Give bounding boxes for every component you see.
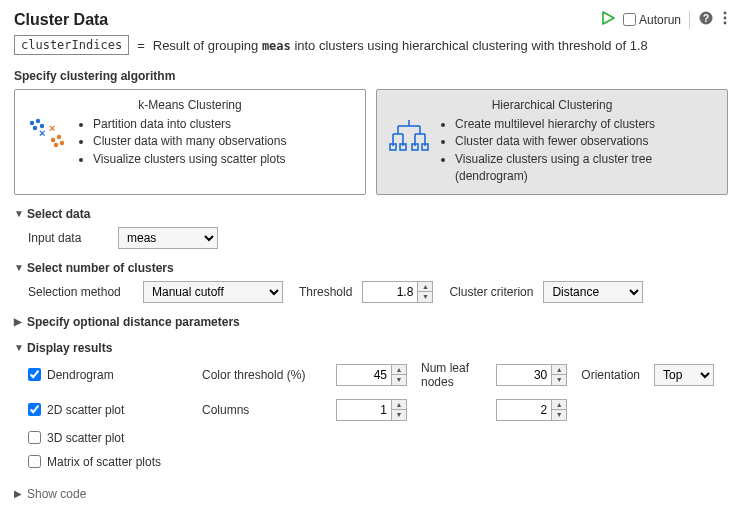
orientation-select[interactable]: Top	[654, 364, 714, 386]
algo-section-label: Specify clustering algorithm	[14, 69, 728, 83]
spin-up-icon[interactable]: ▲	[392, 400, 406, 410]
spin-down-icon[interactable]: ▼	[552, 410, 566, 420]
scatter2d-check[interactable]: 2D scatter plot	[28, 403, 188, 417]
svg-point-13	[54, 143, 58, 147]
header-row: Cluster Data Autorun ?	[14, 10, 728, 29]
description-text: Result of grouping meas into clusters us…	[153, 38, 648, 53]
svg-point-4	[724, 17, 727, 20]
threshold-spinner[interactable]: ▲▼	[362, 281, 433, 303]
svg-text:×: ×	[39, 127, 45, 139]
scatter-icon: × ×	[25, 116, 69, 152]
input-data-select[interactable]: meas	[118, 227, 218, 249]
col2-input[interactable]	[497, 400, 551, 420]
section-select-clusters[interactable]: ▼ Select number of clusters	[14, 261, 728, 275]
spin-up-icon[interactable]: ▲	[552, 365, 566, 375]
algo-kmeans-title: k-Means Clustering	[25, 98, 355, 112]
svg-point-7	[36, 119, 40, 123]
criterion-select[interactable]: Distance	[543, 281, 643, 303]
algo-kmeans-bullets: Partition data into clusters Cluster dat…	[79, 116, 286, 168]
orientation-label: Orientation	[581, 368, 640, 382]
algo-card-hierarchical[interactable]: Hierarchical Clustering Create multileve…	[376, 89, 728, 195]
chevron-right-icon: ▶	[14, 488, 24, 499]
chevron-right-icon: ▶	[14, 316, 24, 327]
algo-hier-bullets: Create multilevel hierarchy of clusters …	[441, 116, 717, 186]
chevron-down-icon: ▼	[14, 342, 24, 353]
scatter2d-checkbox[interactable]	[28, 403, 41, 416]
num-leaf-spinner[interactable]: ▲▼	[496, 364, 567, 386]
page-title: Cluster Data	[14, 11, 108, 29]
svg-marker-0	[603, 12, 614, 24]
spin-up-icon[interactable]: ▲	[392, 365, 406, 375]
svg-point-12	[57, 135, 61, 139]
threshold-input[interactable]	[363, 282, 417, 302]
header-controls: Autorun ?	[601, 10, 728, 29]
chevron-down-icon: ▼	[14, 208, 24, 219]
criterion-label: Cluster criterion	[449, 285, 533, 299]
autorun-label: Autorun	[639, 13, 681, 27]
num-leaf-label: Num leaf nodes	[421, 361, 482, 389]
num-leaf-input[interactable]	[497, 365, 551, 385]
col1-spinner[interactable]: ▲▼	[336, 399, 407, 421]
section-show-code[interactable]: ▶ Show code	[14, 487, 728, 501]
autorun-toggle[interactable]: Autorun	[623, 13, 681, 27]
threshold-label: Threshold	[299, 285, 352, 299]
description-row: clusterIndices = Result of grouping meas…	[14, 35, 728, 55]
spin-down-icon[interactable]: ▼	[392, 375, 406, 385]
col2-spinner[interactable]: ▲▼	[496, 399, 567, 421]
color-thresh-input[interactable]	[337, 365, 391, 385]
svg-text:×: ×	[49, 122, 55, 134]
kebab-menu-icon[interactable]	[722, 10, 728, 29]
dendrogram-check[interactable]: Dendrogram	[28, 368, 188, 382]
spin-up-icon[interactable]: ▲	[418, 282, 432, 292]
svg-point-3	[724, 12, 727, 15]
spin-up-icon[interactable]: ▲	[552, 400, 566, 410]
display-grid: Dendrogram Color threshold (%) ▲▼ Num le…	[28, 361, 728, 469]
output-variable[interactable]: clusterIndices	[14, 35, 129, 55]
svg-point-6	[30, 121, 34, 125]
section-optional-distance[interactable]: ▶ Specify optional distance parameters	[14, 315, 728, 329]
row-input-data: Input data meas	[28, 227, 728, 249]
columns-label: Columns	[202, 403, 322, 417]
matrix-checkbox[interactable]	[28, 455, 41, 468]
section-display-results[interactable]: ▼ Display results	[14, 341, 728, 355]
autorun-checkbox[interactable]	[623, 13, 636, 26]
svg-point-8	[33, 126, 37, 130]
scatter3d-checkbox[interactable]	[28, 431, 41, 444]
color-thresh-spinner[interactable]: ▲▼	[336, 364, 407, 386]
row-selection-method: Selection method Manual cutoff Threshold…	[28, 281, 728, 303]
dendrogram-icon	[387, 116, 431, 152]
selection-method-label: Selection method	[28, 285, 133, 299]
selection-method-select[interactable]: Manual cutoff	[143, 281, 283, 303]
algo-hier-title: Hierarchical Clustering	[387, 98, 717, 112]
spin-down-icon[interactable]: ▼	[392, 410, 406, 420]
dendrogram-checkbox[interactable]	[28, 368, 41, 381]
algorithm-chooser: k-Means Clustering × × Partition data in…	[14, 89, 728, 195]
section-select-data[interactable]: ▼ Select data	[14, 207, 728, 221]
spin-down-icon[interactable]: ▼	[418, 292, 432, 302]
matrix-check[interactable]: Matrix of scatter plots	[28, 455, 728, 469]
input-data-label: Input data	[28, 231, 108, 245]
data-name-inline: meas	[262, 39, 291, 53]
algo-card-kmeans[interactable]: k-Means Clustering × × Partition data in…	[14, 89, 366, 195]
svg-point-11	[51, 138, 55, 142]
run-icon[interactable]	[601, 11, 615, 29]
help-icon[interactable]: ?	[698, 10, 714, 29]
svg-point-5	[724, 22, 727, 25]
spin-down-icon[interactable]: ▼	[552, 375, 566, 385]
scatter3d-check[interactable]: 3D scatter plot	[28, 431, 728, 445]
col1-input[interactable]	[337, 400, 391, 420]
svg-text:?: ?	[703, 13, 709, 24]
color-thresh-label: Color threshold (%)	[202, 368, 322, 382]
svg-point-14	[60, 141, 64, 145]
equals-sign: =	[137, 38, 145, 53]
divider	[689, 11, 690, 29]
chevron-down-icon: ▼	[14, 262, 24, 273]
